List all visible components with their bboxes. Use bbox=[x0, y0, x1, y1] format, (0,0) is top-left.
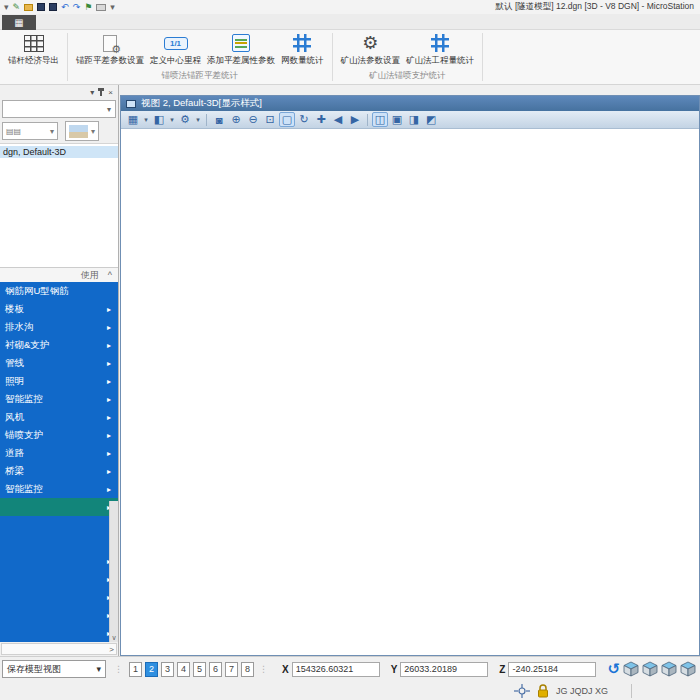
panel-toolbar: ▤▤ ▾ ▾ bbox=[2, 121, 116, 141]
tunnel-3d-scene bbox=[121, 129, 699, 655]
list-style-dropdown[interactable]: ▤▤ ▾ bbox=[2, 122, 58, 140]
undo-icon[interactable]: ↶ bbox=[61, 3, 69, 12]
list-item-selected[interactable]: dgn, Default-3D bbox=[0, 146, 118, 158]
menu-item[interactable]: 排水沟▸ bbox=[0, 318, 118, 336]
pencil-icon[interactable]: ✎ bbox=[13, 3, 21, 12]
x-coordinate-input[interactable] bbox=[292, 662, 380, 677]
grip-handle[interactable]: ⋮ bbox=[114, 664, 124, 674]
menu-item[interactable]: 锚喷支护▸ bbox=[0, 426, 118, 444]
lock-icon[interactable] bbox=[537, 684, 549, 698]
mesh-quantity-stats-button[interactable]: 网数量统计 bbox=[278, 32, 327, 68]
zoom-in-icon[interactable]: ⊕ bbox=[228, 112, 244, 127]
menu-item[interactable]: ▸ bbox=[0, 606, 118, 624]
menu-item-highlighted[interactable]: ▸ bbox=[0, 498, 118, 516]
menu-item[interactable]: 智能监控▸ bbox=[0, 390, 118, 408]
menu-item[interactable] bbox=[0, 534, 118, 552]
display-style-icon[interactable]: ◧ bbox=[151, 112, 167, 127]
rotate-view-icon[interactable]: ↻ bbox=[296, 112, 312, 127]
save-settings-icon[interactable] bbox=[49, 3, 57, 11]
active-level-text[interactable]: JG JQDJ XG bbox=[556, 686, 608, 696]
quick-access-more-caret[interactable]: ▾ bbox=[110, 3, 115, 12]
perspective-icon[interactable]: ◩ bbox=[423, 112, 439, 127]
mining-method-settings-button[interactable]: ⚙ 矿山法参数设置 bbox=[338, 32, 404, 68]
view-toolbar: ▦ ▾ ◧ ▾ ⚙ ▾ ◙ ⊕ ⊖ ⊡ ▢ ↻ ✚ ◀ ▶ ◫ ▣ ◨ ◩ bbox=[121, 111, 699, 129]
copy-view-icon[interactable]: ◫ bbox=[372, 112, 388, 127]
saved-views-combo[interactable]: 保存模型视图 ▾ bbox=[2, 660, 106, 678]
chevron-down-icon[interactable]: ▾ bbox=[142, 116, 150, 124]
print-icon[interactable] bbox=[96, 4, 106, 11]
open-folder-icon[interactable] bbox=[24, 4, 33, 11]
horizontal-scrollbar[interactable]: > bbox=[1, 643, 117, 655]
define-center-mileage-button[interactable]: 1/1 定义中心里程 bbox=[147, 32, 204, 68]
menu-item[interactable]: ▸ bbox=[0, 624, 118, 642]
acs-rotation-icon[interactable]: ↺ bbox=[607, 660, 620, 678]
menu-item[interactable]: ▸ bbox=[0, 552, 118, 570]
view-cube-icon[interactable] bbox=[642, 661, 658, 677]
menu-item[interactable]: 道路▸ bbox=[0, 444, 118, 462]
menu-item[interactable]: 照明▸ bbox=[0, 372, 118, 390]
save-icon[interactable] bbox=[37, 3, 45, 11]
view-setup-icon[interactable]: ⚙ bbox=[177, 112, 193, 127]
anchor-adjust-settings-button[interactable]: ⚙ 锚距平差参数设置 bbox=[73, 32, 147, 68]
menu-item[interactable]: ▸ bbox=[0, 570, 118, 588]
view-toggle-6[interactable]: 6 bbox=[209, 662, 222, 677]
fit-view-icon[interactable]: ▢ bbox=[279, 112, 295, 127]
close-icon[interactable]: × bbox=[108, 88, 113, 97]
snap-mode-icon[interactable] bbox=[514, 684, 530, 698]
view-title-bar[interactable]: 视图 2, Default-3D[显示样式] bbox=[121, 96, 699, 111]
menu-item[interactable]: 管线▸ bbox=[0, 354, 118, 372]
menu-item[interactable]: 钢筋网U型钢筋 bbox=[0, 282, 118, 300]
view-toggle-2[interactable]: 2 bbox=[145, 662, 158, 677]
menu-item[interactable]: 风机▸ bbox=[0, 408, 118, 426]
menu-caret-icon[interactable]: ▾ bbox=[4, 3, 9, 12]
ribbon-group-export: 锚杆经济导出 bbox=[0, 30, 67, 84]
view-toggle-1[interactable]: 1 bbox=[129, 662, 142, 677]
y-coordinate-input[interactable] bbox=[400, 662, 488, 677]
flag-icon[interactable]: ⚑ bbox=[84, 3, 92, 12]
menu-item[interactable]: 桥梁▸ bbox=[0, 462, 118, 480]
view-toggle-7[interactable]: 7 bbox=[225, 662, 238, 677]
ribbon-tab-strip: ▦ bbox=[0, 14, 700, 30]
window-area-icon[interactable]: ⊡ bbox=[262, 112, 278, 127]
clip-volume-icon[interactable]: ▣ bbox=[389, 112, 405, 127]
preview-image-dropdown[interactable]: ▾ bbox=[65, 121, 99, 141]
zoom-out-icon[interactable]: ⊖ bbox=[245, 112, 261, 127]
viewport-canvas[interactable] bbox=[121, 129, 699, 655]
ribbon-group-anchor-stats: ⚙ 锚距平差参数设置 1/1 定义中心里程 添加平差属性参数 网数量统计 锚喷法… bbox=[68, 30, 332, 84]
chevron-down-icon[interactable]: ▾ bbox=[194, 116, 202, 124]
clip-mask-icon[interactable]: ◨ bbox=[406, 112, 422, 127]
menu-item[interactable]: 楼板▸ bbox=[0, 300, 118, 318]
ribbon-group-mining-stats: ⚙ 矿山法参数设置 矿山法工程量统计 矿山法锚喷支护统计 bbox=[333, 30, 483, 84]
view-attributes-icon[interactable]: ▦ bbox=[125, 112, 141, 127]
redo-icon[interactable]: ↷ bbox=[73, 3, 81, 12]
add-adjust-attribute-button[interactable]: 添加平差属性参数 bbox=[204, 32, 278, 68]
view-toggle-4[interactable]: 4 bbox=[177, 662, 190, 677]
ribbon-active-tab[interactable]: ▦ bbox=[2, 15, 36, 30]
view-toggle-3[interactable]: 3 bbox=[161, 662, 174, 677]
view-cube-icon[interactable] bbox=[661, 661, 677, 677]
view-toggle-5[interactable]: 5 bbox=[193, 662, 206, 677]
grip-handle[interactable]: ⋮ bbox=[259, 664, 269, 674]
menu-item[interactable]: ▸ bbox=[0, 588, 118, 606]
view-cube-icon[interactable] bbox=[680, 661, 696, 677]
view-toggle-8[interactable]: 8 bbox=[241, 662, 254, 677]
view-previous-icon[interactable]: ◀ bbox=[330, 112, 346, 127]
mining-quantity-stats-button[interactable]: 矿山法工程量统计 bbox=[403, 32, 477, 68]
menu-item[interactable]: 智能监控▸ bbox=[0, 480, 118, 498]
view-next-icon[interactable]: ▶ bbox=[347, 112, 363, 127]
menu-item[interactable]: 衬砌&支护▸ bbox=[0, 336, 118, 354]
chevron-down-icon[interactable]: ▾ bbox=[168, 116, 176, 124]
pin-icon[interactable] bbox=[100, 89, 102, 96]
pan-view-icon[interactable]: ✚ bbox=[313, 112, 329, 127]
view-cube-icon[interactable] bbox=[623, 661, 639, 677]
panel-dropdown[interactable]: ▾ bbox=[2, 100, 116, 118]
export-report-button[interactable]: 锚杆经济导出 bbox=[5, 32, 62, 68]
panel-caret-icon[interactable]: ▾ bbox=[90, 88, 94, 97]
vertical-scrollbar[interactable]: ∨ bbox=[109, 501, 118, 642]
menu-item[interactable] bbox=[0, 516, 118, 534]
ribbon: 锚杆经济导出 ⚙ 锚距平差参数设置 1/1 定义中心里程 添加平差属性参数 网数… bbox=[0, 30, 700, 85]
update-view-icon[interactable]: ◙ bbox=[211, 112, 227, 127]
coordinate-z: Z bbox=[499, 662, 596, 677]
z-coordinate-input[interactable] bbox=[508, 662, 596, 677]
usage-header[interactable]: 使用 ^ bbox=[0, 267, 118, 282]
